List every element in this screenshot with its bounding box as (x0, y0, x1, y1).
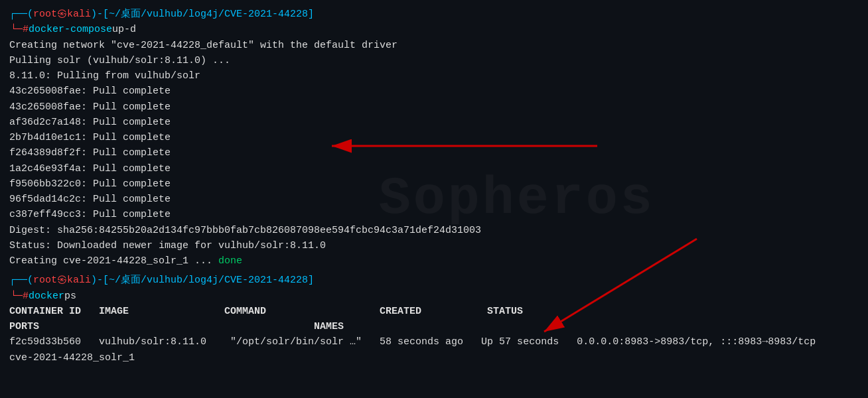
prompt-cmd-line-2: └─# docker ps (9, 289, 859, 304)
output-line-3: 8.11.0: Pulling from vulhub/solr (9, 68, 859, 84)
bracket-close-1: ] (308, 7, 314, 22)
output-line-5: 43c265008fae: Pull complete (9, 100, 859, 115)
cmd-docker: docker (29, 289, 64, 304)
bracket-right-2: )-[ (91, 273, 109, 288)
prompt-path-1: ~/桌面/vulhub/log4j/CVE-2021-44228 (109, 7, 308, 22)
output-line-10: f9506bb322c0: Pull complete (9, 176, 859, 192)
prompt-cmd-line-1: └─# docker-compose up -d (9, 22, 859, 37)
prompt-user-1: root (33, 7, 57, 22)
output-line-6: af36d2c7a148: Pull complete (9, 115, 859, 130)
cmd-up: up (112, 22, 124, 37)
bracket-left-1: ┌──( (9, 7, 33, 22)
prompt-hash-1: └─# (11, 22, 29, 37)
table-row-1: f2c59d33b560 vulhub/solr:8.11.0 "/opt/so… (9, 334, 859, 365)
prompt-at-1: ㉿ (57, 7, 67, 22)
prompt-hash-2: └─# (11, 289, 29, 304)
prompt-line-1: ┌──(root㉿kali)-[~/桌面/vulhub/log4j/CVE-20… (9, 7, 859, 22)
prompt-path-2: ~/桌面/vulhub/log4j/CVE-2021-44228 (109, 273, 308, 288)
output-creating: Creating cve-2021-44228_solr_1 ... done (9, 253, 859, 269)
output-status: Status: Downloaded newer image for vulhu… (9, 238, 859, 253)
table-header: CONTAINER ID IMAGE COMMAND CREATED STATU… (9, 304, 859, 335)
bracket-left-2: ┌──( (9, 273, 33, 288)
prompt-host-2: kali (67, 273, 91, 288)
cmd-flag-d: -d (124, 22, 136, 37)
output-line-1: Creating network "cve-2021-44228_default… (9, 38, 859, 53)
output-line-7: 2b7b4d10e1c1: Pull complete (9, 130, 859, 145)
bracket-close-2: ] (308, 273, 314, 288)
output-line-12: c387eff49cc3: Pull complete (9, 207, 859, 222)
output-digest: Digest: sha256:84255b20a2d134fc97bbb0fab… (9, 223, 859, 238)
prompt-at-2: ㉿ (57, 273, 67, 288)
output-line-8: f264389d8f2f: Pull complete (9, 145, 859, 161)
output-done: done (218, 255, 242, 267)
terminal-window: Sopheros ┌──(root㉿kali)-[~/桌面/vulhub/log… (0, 0, 868, 398)
cmd-docker-compose: docker-compose (29, 22, 112, 37)
prompt-user-2: root (33, 273, 57, 288)
cmd-ps: ps (64, 289, 76, 304)
output-line-11: 96f5dad14c2c: Pull complete (9, 192, 859, 207)
output-line-4: 43c265008fae: Pull complete (9, 84, 859, 99)
output-line-9: 1a2c46e93f4a: Pull complete (9, 161, 859, 176)
output-line-2: Pulling solr (vulhub/solr:8.11.0) ... (9, 53, 859, 68)
bracket-right-1: )-[ (91, 7, 109, 22)
prompt-line-2: ┌──(root㉿kali)-[~/桌面/vulhub/log4j/CVE-20… (9, 273, 859, 288)
prompt-host-1: kali (67, 7, 91, 22)
